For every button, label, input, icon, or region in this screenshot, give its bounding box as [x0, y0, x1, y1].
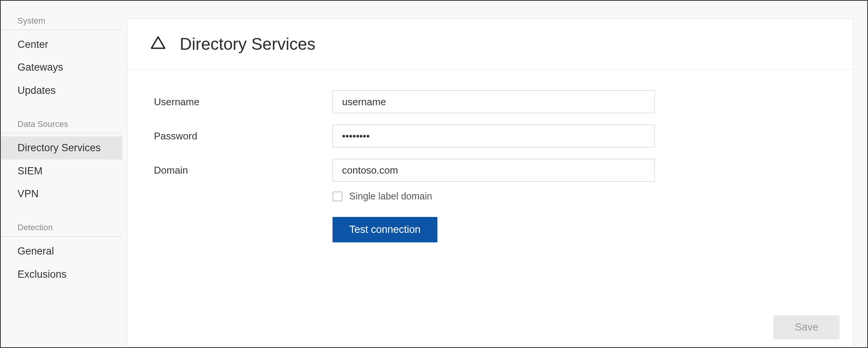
sidebar-item-vpn[interactable]: VPN: [1, 182, 122, 205]
sidebar: System Center Gateways Updates Data Sour…: [1, 1, 122, 347]
panel-header: Directory Services: [127, 19, 853, 70]
sidebar-group-header-data-sources: Data Sources: [1, 115, 122, 133]
main-panel: Directory Services Username Password Dom…: [127, 18, 854, 347]
username-label: Username: [154, 96, 333, 108]
sidebar-item-updates[interactable]: Updates: [1, 79, 122, 102]
page-title: Directory Services: [180, 35, 315, 54]
test-connection-row: Test connection: [333, 217, 827, 242]
form-row-username: Username: [154, 90, 827, 113]
sidebar-item-general[interactable]: General: [1, 240, 122, 263]
sidebar-item-center[interactable]: Center: [1, 33, 122, 56]
sidebar-item-gateways[interactable]: Gateways: [1, 56, 122, 79]
panel-body: Username Password Domain Single label do…: [127, 70, 853, 347]
sidebar-group-detection: Detection General Exclusions: [1, 219, 122, 286]
domain-label: Domain: [154, 165, 333, 176]
sidebar-item-siem[interactable]: SIEM: [1, 160, 122, 182]
sidebar-group-header-detection: Detection: [1, 219, 122, 237]
domain-input[interactable]: [333, 159, 655, 182]
warning-triangle-icon: [150, 35, 166, 54]
form-row-password: Password: [154, 125, 827, 147]
sidebar-group-header-system: System: [1, 12, 122, 30]
sidebar-item-directory-services[interactable]: Directory Services: [1, 136, 122, 159]
sidebar-group-system: System Center Gateways Updates: [1, 12, 122, 102]
password-input[interactable]: [333, 125, 655, 147]
form-row-domain: Domain: [154, 159, 827, 182]
sidebar-group-data-sources: Data Sources Directory Services SIEM VPN: [1, 115, 122, 205]
save-button[interactable]: Save: [773, 315, 839, 339]
username-input[interactable]: [333, 90, 655, 113]
password-label: Password: [154, 130, 333, 142]
test-connection-button[interactable]: Test connection: [333, 217, 437, 242]
single-label-domain-row: Single label domain: [333, 191, 827, 202]
single-label-domain-checkbox[interactable]: [333, 191, 342, 201]
sidebar-item-exclusions[interactable]: Exclusions: [1, 263, 122, 286]
single-label-domain-label[interactable]: Single label domain: [349, 191, 432, 202]
